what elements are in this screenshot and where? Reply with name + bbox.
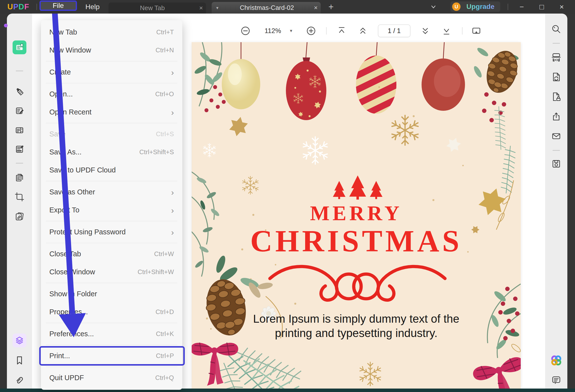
- menu-separator: [46, 367, 177, 367]
- menu-separator: [46, 283, 177, 283]
- tabs-overflow-chevron-icon[interactable]: [430, 3, 437, 11]
- zoom-out-icon: [240, 26, 250, 36]
- pages-icon: [14, 172, 25, 183]
- left-toolbar-divider-2: [16, 163, 23, 164]
- menu-item-properties[interactable]: Properties...Ctrl+D: [41, 303, 182, 321]
- menu-item-save[interactable]: SaveCtrl+S: [41, 125, 182, 143]
- maximize-button[interactable]: □: [536, 0, 547, 14]
- cards-icon: [14, 211, 25, 221]
- menu-item-print[interactable]: Print...Ctrl+P: [41, 347, 182, 365]
- tool-resources-button[interactable]: [13, 334, 26, 347]
- first-page-button[interactable]: [335, 24, 349, 38]
- menu-item-export-to[interactable]: Export To›: [41, 201, 182, 219]
- menu-item-new-window[interactable]: New WindowCtrl+N: [41, 41, 182, 59]
- zoom-level-value[interactable]: 112%: [261, 24, 285, 38]
- feedback-button[interactable]: [549, 373, 563, 387]
- updf-app-window: MERRY CHRISTMAS Lorem Ipsum is simply du…: [0, 0, 575, 392]
- menu-item-open[interactable]: Open...Ctrl+O: [41, 85, 182, 103]
- first-page-icon: [337, 26, 347, 36]
- panels-icon: [14, 125, 25, 135]
- search-button[interactable]: [549, 23, 563, 36]
- zoom-dropdown-caret[interactable]: ▾: [286, 24, 296, 38]
- menu-separator: [46, 83, 177, 83]
- edit-note-icon: [14, 106, 25, 116]
- previous-page-button[interactable]: [356, 24, 370, 38]
- crop-icon: [14, 192, 25, 202]
- window-edge-left: [0, 14, 7, 392]
- tool-attachment-button[interactable]: [13, 373, 26, 387]
- right-toolbar: OCR: [545, 14, 567, 389]
- zoom-in-button[interactable]: [304, 24, 318, 38]
- layers-icon: [14, 335, 25, 346]
- card-heading-christmas: CHRISTMAS: [192, 224, 521, 259]
- menu-item-save-to-updf-cloud[interactable]: Save to UPDF Cloud: [41, 161, 182, 179]
- share-button[interactable]: [549, 110, 563, 123]
- tool-batch-button[interactable]: [13, 209, 26, 223]
- titlebar-divider-2: [508, 4, 508, 10]
- envelope-icon: [551, 131, 561, 141]
- tab-new-tab[interactable]: New Tab ×: [109, 2, 206, 14]
- pdf-page-christmas-card: MERRY CHRISTMAS Lorem Ipsum is simply du…: [192, 42, 521, 389]
- upgrade-button[interactable]: U Upgrade: [451, 1, 500, 12]
- submenu-chevron-icon: ›: [171, 208, 174, 213]
- tool-page-tools-button[interactable]: [13, 171, 26, 184]
- window-edge-right: [567, 14, 575, 392]
- tool-read-mode-button[interactable]: [13, 40, 26, 54]
- menu-item-close-window[interactable]: Close WindowCtrl+Shift+W: [41, 263, 182, 281]
- menu-separator: [46, 323, 177, 323]
- convert-file-icon: [551, 72, 561, 82]
- tool-fill-sign-button[interactable]: [13, 142, 26, 156]
- tool-organize-pages-button[interactable]: [13, 123, 26, 137]
- file-menu-label: File: [52, 2, 64, 10]
- notification-dot: [4, 24, 8, 27]
- updf-services-button[interactable]: [549, 353, 563, 367]
- menu-separator: [46, 345, 177, 345]
- ocr-button[interactable]: OCR: [549, 50, 563, 64]
- close-tab-icon[interactable]: ×: [196, 4, 206, 12]
- tool-bookmark-button[interactable]: [13, 353, 26, 367]
- menu-item-quit-updf[interactable]: Quit UPDFCtrl+Q: [41, 369, 182, 387]
- document-lock-icon: [551, 92, 561, 102]
- protect-button[interactable]: [549, 90, 563, 104]
- upgrade-badge-icon: U: [452, 2, 460, 11]
- save-as-button[interactable]: [549, 157, 563, 171]
- tool-crop-button[interactable]: [13, 190, 26, 204]
- help-menu-button[interactable]: Help: [81, 0, 104, 14]
- menu-item-preferences[interactable]: Preferences...Ctrl+K: [41, 325, 182, 343]
- submenu-chevron-icon: ›: [171, 190, 174, 195]
- menu-item-show-in-folder[interactable]: Show in Folder: [41, 285, 182, 303]
- right-toolbar-divider-1: [552, 43, 560, 44]
- menu-item-save-as[interactable]: Save As...Ctrl+Shift+S: [41, 143, 182, 161]
- chevrons-up-icon: [358, 26, 368, 36]
- fill-sign-icon: [14, 144, 25, 154]
- clover-icon: [551, 355, 561, 366]
- new-tab-button[interactable]: +: [325, 0, 337, 14]
- menu-item-close-tab[interactable]: Close TabCtrl+W: [41, 245, 182, 263]
- email-button[interactable]: [549, 129, 563, 143]
- next-page-button[interactable]: [418, 24, 432, 38]
- menu-item-create[interactable]: Create›: [41, 63, 182, 81]
- close-button[interactable]: ×: [556, 0, 567, 14]
- file-menu-button[interactable]: File: [40, 0, 77, 11]
- page-indicator[interactable]: 1 / 1: [378, 24, 410, 37]
- bookmark-icon: [14, 355, 25, 366]
- chevrons-down-icon: [420, 26, 430, 36]
- help-menu-label: Help: [85, 3, 100, 11]
- zoom-out-button[interactable]: [239, 24, 252, 38]
- minimize-button[interactable]: −: [516, 0, 527, 14]
- tool-comment-button[interactable]: [13, 84, 26, 98]
- menu-item-save-as-other[interactable]: Save as Other›: [41, 183, 182, 201]
- convert-button[interactable]: [549, 70, 563, 84]
- tool-edit-pdf-button[interactable]: [13, 104, 26, 118]
- tab-christmas-card-02[interactable]: ▾ Christmas-Card-02 ×: [212, 2, 321, 14]
- last-page-button[interactable]: [440, 24, 453, 38]
- menu-item-protect-using-password[interactable]: Protect Using Password›: [41, 223, 182, 241]
- menu-separator: [46, 221, 177, 221]
- presentation-mode-button[interactable]: [469, 24, 483, 38]
- left-toolbar-divider-1: [16, 71, 23, 71]
- menu-item-open-recent[interactable]: Open Recent›: [41, 103, 182, 121]
- menu-item-new-tab[interactable]: New TabCtrl+T: [41, 23, 182, 41]
- close-tab-icon[interactable]: ×: [311, 4, 321, 12]
- tab-caret-icon[interactable]: ▾: [212, 5, 223, 11]
- upgrade-label: Upgrade: [460, 3, 500, 11]
